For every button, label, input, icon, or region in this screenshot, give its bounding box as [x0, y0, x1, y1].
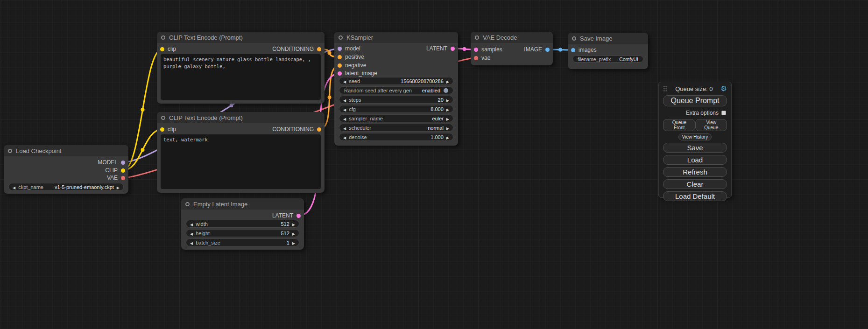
decrement-arrow-icon[interactable]: [343, 125, 346, 131]
latent-output-dot[interactable]: [451, 47, 455, 51]
width-widget[interactable]: width 512: [186, 220, 299, 228]
output-slot-model[interactable]: MODEL: [98, 159, 125, 166]
decrement-arrow-icon[interactable]: [343, 116, 346, 121]
increment-arrow-icon[interactable]: [292, 231, 295, 236]
input-slot-clip[interactable]: clip: [160, 126, 176, 133]
input-slot-latent-image[interactable]: latent_image: [338, 70, 377, 77]
output-slot-image[interactable]: IMAGE: [524, 46, 550, 53]
increment-arrow-icon[interactable]: [292, 240, 295, 245]
drag-handle-icon[interactable]: [663, 85, 667, 92]
node-empty-latent-image[interactable]: Empty Latent Image LATENT width 512 heig…: [181, 198, 304, 250]
latent-output-dot[interactable]: [296, 214, 301, 218]
output-slot-conditioning[interactable]: CONDITIONING: [272, 126, 321, 133]
clip-output-dot[interactable]: [121, 168, 125, 173]
input-slot-model[interactable]: model: [338, 45, 360, 52]
collapse-dot-icon[interactable]: [339, 35, 343, 40]
settings-gear-icon[interactable]: [721, 84, 727, 93]
collapse-dot-icon[interactable]: [475, 35, 479, 40]
node-titlebar[interactable]: CLIP Text Encode (Prompt): [157, 112, 325, 123]
decrement-arrow-icon[interactable]: [190, 240, 193, 245]
output-slot-vae[interactable]: VAE: [107, 174, 125, 182]
increment-arrow-icon[interactable]: [446, 97, 449, 103]
positive-input-dot[interactable]: [338, 55, 342, 59]
increment-arrow-icon[interactable]: [446, 78, 449, 84]
decrement-arrow-icon[interactable]: [343, 97, 346, 103]
prompt-textarea[interactable]: beautiful scenery nature glass bottle la…: [161, 54, 321, 100]
increment-arrow-icon[interactable]: [446, 106, 449, 112]
decrement-arrow-icon[interactable]: [190, 221, 193, 227]
collapse-dot-icon[interactable]: [161, 35, 165, 40]
input-slot-negative[interactable]: negative: [338, 62, 366, 69]
node-vae-decode[interactable]: VAE Decode samples IMAGE vae: [471, 32, 553, 65]
node-titlebar[interactable]: Save Image: [568, 33, 648, 44]
conditioning-output-dot[interactable]: [317, 127, 321, 132]
comfyui-canvas[interactable]: { "colors": { "model": "#B39DDB", "clip"…: [0, 0, 868, 329]
output-slot-clip[interactable]: CLIP: [105, 167, 125, 174]
conditioning-output-dot[interactable]: [317, 47, 321, 51]
collapse-dot-icon[interactable]: [185, 202, 190, 206]
increment-arrow-icon[interactable]: [446, 125, 449, 131]
view-queue-button[interactable]: View Queue: [695, 119, 727, 131]
node-clip-text-encode-positive[interactable]: CLIP Text Encode (Prompt) clip CONDITION…: [157, 32, 325, 104]
clip-input-dot[interactable]: [160, 127, 164, 132]
node-titlebar[interactable]: VAE Decode: [471, 32, 553, 43]
queue-front-button[interactable]: Queue Front: [663, 119, 695, 131]
vae-output-dot[interactable]: [121, 176, 125, 180]
node-clip-text-encode-negative[interactable]: CLIP Text Encode (Prompt) clip CONDITION…: [157, 112, 325, 193]
input-slot-vae[interactable]: vae: [474, 54, 490, 62]
decrement-arrow-icon[interactable]: [13, 184, 15, 190]
load-default-button[interactable]: Load Default: [663, 191, 727, 201]
clip-input-dot[interactable]: [160, 47, 164, 51]
refresh-button[interactable]: Refresh: [663, 167, 727, 177]
collapse-dot-icon[interactable]: [572, 36, 576, 41]
output-slot-latent[interactable]: LATENT: [272, 212, 301, 219]
node-load-checkpoint[interactable]: Load Checkpoint MODEL CLIP VAE ckpt_name…: [4, 145, 128, 194]
increment-arrow-icon[interactable]: [117, 184, 120, 190]
clear-button[interactable]: Clear: [663, 179, 727, 189]
node-titlebar[interactable]: Load Checkpoint: [4, 145, 128, 156]
decrement-arrow-icon[interactable]: [190, 231, 193, 236]
decrement-arrow-icon[interactable]: [343, 134, 346, 140]
load-button[interactable]: Load: [663, 155, 727, 165]
node-ksampler[interactable]: KSampler model LATENT positive negative …: [334, 32, 458, 146]
image-output-dot[interactable]: [545, 48, 550, 52]
batch-size-widget[interactable]: batch_size 1: [186, 238, 299, 246]
node-titlebar[interactable]: Empty Latent Image: [181, 198, 304, 210]
input-slot-samples[interactable]: samples: [474, 46, 502, 53]
scheduler-widget[interactable]: scheduler normal: [339, 124, 453, 132]
input-slot-clip[interactable]: clip: [160, 45, 176, 53]
decrement-arrow-icon[interactable]: [343, 106, 346, 112]
collapse-dot-icon[interactable]: [8, 149, 12, 153]
negative-input-dot[interactable]: [338, 63, 342, 68]
vae-input-dot[interactable]: [474, 56, 478, 60]
collapse-dot-icon[interactable]: [161, 116, 165, 120]
save-button[interactable]: Save: [663, 143, 727, 153]
sampler-name-widget[interactable]: sampler_name euler: [339, 114, 453, 122]
steps-widget[interactable]: steps 20: [339, 96, 453, 104]
images-input-dot[interactable]: [571, 48, 575, 52]
ckpt-name-widget[interactable]: ckpt_name v1-5-pruned-emaonly.ckpt: [8, 183, 124, 191]
input-slot-images[interactable]: images: [571, 46, 597, 54]
node-titlebar[interactable]: CLIP Text Encode (Prompt): [157, 32, 325, 43]
toggle-knob-icon[interactable]: [444, 88, 448, 93]
input-slot-positive[interactable]: positive: [338, 53, 364, 61]
decrement-arrow-icon[interactable]: [343, 78, 346, 84]
extra-options-checkbox[interactable]: [721, 111, 726, 115]
output-slot-conditioning[interactable]: CONDITIONING: [272, 45, 321, 53]
height-widget[interactable]: height 512: [186, 229, 299, 237]
node-save-image[interactable]: Save Image images filename_prefix ComfyU…: [568, 33, 648, 69]
samples-input-dot[interactable]: [474, 48, 478, 52]
node-titlebar[interactable]: KSampler: [334, 32, 458, 43]
seed-widget[interactable]: seed 156680208700286: [339, 77, 453, 85]
latent-image-input-dot[interactable]: [338, 71, 342, 76]
queue-prompt-button[interactable]: Queue Prompt: [663, 95, 727, 106]
model-input-dot[interactable]: [338, 47, 342, 51]
prompt-textarea[interactable]: text, watermark: [161, 134, 321, 189]
model-output-dot[interactable]: [121, 161, 125, 165]
seed-control-widget[interactable]: Random seed after every gen enabled: [339, 86, 453, 94]
increment-arrow-icon[interactable]: [446, 116, 449, 121]
filename-prefix-widget[interactable]: filename_prefix ComfyUI: [572, 56, 643, 63]
cfg-widget[interactable]: cfg 8.000: [339, 105, 453, 113]
increment-arrow-icon[interactable]: [292, 221, 295, 227]
increment-arrow-icon[interactable]: [446, 134, 449, 140]
